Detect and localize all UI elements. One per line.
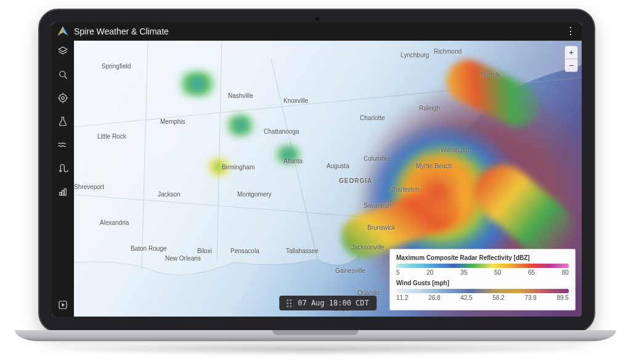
legend-reflect-ticks: 52035506580 (396, 269, 569, 276)
spire-logo-icon (57, 25, 69, 38)
svg-rect-13 (64, 189, 66, 196)
legend-tick: 42.5 (460, 294, 472, 301)
legend-reflect-title: Maximum Composite Radar Reflectivity [dB… (396, 254, 569, 261)
legend-panel: Maximum Composite Radar Reflectivity [dB… (389, 249, 576, 310)
svg-point-6 (59, 94, 67, 102)
camera-dot (314, 16, 320, 22)
play-icon[interactable] (56, 298, 70, 312)
weather-map[interactable]: SpringfieldNashvilleKnoxvilleLynchburgRi… (74, 41, 582, 317)
waves-icon[interactable] (56, 138, 70, 152)
tool-sidebar (52, 41, 74, 317)
legend-tick: 80 (562, 269, 569, 276)
time-chip[interactable]: 07 Aug 18:00 CDT (279, 296, 377, 310)
legend-tick: 50 (494, 269, 501, 276)
locate-icon[interactable] (56, 91, 70, 105)
layers-icon[interactable] (56, 44, 70, 58)
legend-gusts-ticks: 11.226.842.558.273.889.5 (396, 294, 569, 301)
legend-tick: 20 (426, 269, 433, 276)
legend-reflect-ramp (396, 264, 569, 268)
drag-handle-icon (287, 299, 293, 307)
svg-point-5 (62, 97, 65, 100)
labs-icon[interactable] (56, 115, 70, 128)
svg-marker-15 (62, 303, 65, 307)
legend-tick: 89.5 (556, 294, 568, 301)
svg-point-3 (60, 71, 65, 77)
legend-tick: 11.2 (396, 294, 408, 301)
search-icon[interactable] (56, 68, 70, 81)
hurricane-icon[interactable] (56, 185, 70, 198)
legend-gusts-ramp (396, 289, 569, 293)
zoom-control: + − (564, 46, 578, 72)
time-label: 07 Aug 18:00 CDT (298, 299, 369, 307)
legend-tick: 5 (396, 269, 400, 276)
svg-line-4 (65, 76, 67, 79)
routes-icon[interactable] (56, 161, 70, 175)
overflow-menu-button[interactable]: ⋮ (564, 26, 577, 36)
legend-tick: 35 (460, 269, 467, 276)
svg-rect-12 (62, 191, 64, 196)
app-title: Spire Weather & Climate (74, 26, 564, 36)
app-screen: Spire Weather & Climate ⋮ (52, 22, 582, 317)
legend-tick: 65 (528, 269, 535, 276)
zoom-out-button[interactable]: − (565, 59, 577, 71)
laptop-frame: Spire Weather & Climate ⋮ (38, 9, 595, 333)
laptop-base (15, 330, 616, 341)
laptop-shadow (43, 342, 588, 356)
svg-rect-11 (60, 193, 62, 196)
legend-tick: 58.2 (492, 294, 504, 301)
zoom-in-button[interactable]: + (565, 46, 577, 59)
svg-marker-2 (59, 47, 67, 52)
svg-marker-1 (58, 26, 63, 36)
legend-tick: 26.8 (428, 294, 440, 301)
legend-tick: 73.8 (524, 294, 536, 301)
app-topbar: Spire Weather & Climate ⋮ (52, 22, 582, 41)
legend-gusts-title: Wind Gusts [mph] (396, 280, 569, 286)
